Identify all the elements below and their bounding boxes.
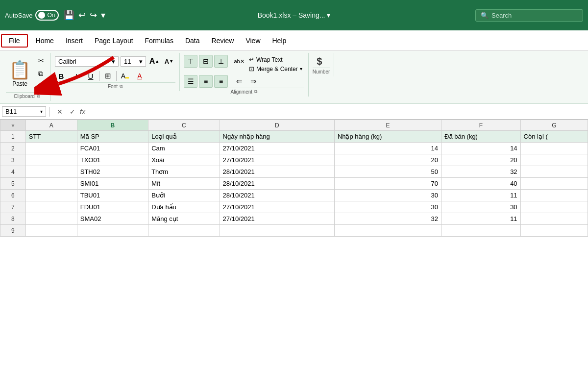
cell-4-B[interactable]: STH02 <box>77 166 148 178</box>
menu-item-page-layout[interactable]: Page Layout <box>89 34 139 48</box>
wrap-text-button[interactable]: ↵ Wrap Text <box>247 55 285 64</box>
cell-7-A[interactable] <box>25 201 77 213</box>
cell-6-G[interactable] <box>520 190 588 201</box>
borders-button[interactable]: ⊞ <box>101 70 114 82</box>
cell-4-C[interactable]: Thơm <box>148 166 220 178</box>
row-num-2[interactable]: 2 <box>0 143 26 154</box>
search-input[interactable] <box>491 12 578 19</box>
col-header-b[interactable]: B <box>77 120 148 131</box>
font-size-dropdown[interactable]: 11 ▾ <box>121 56 146 67</box>
cell-7-B[interactable]: FDU01 <box>77 201 148 213</box>
increase-font-size-button[interactable]: A▲ <box>148 55 161 68</box>
cell-3-E[interactable]: 20 <box>334 154 441 166</box>
cell-6-B[interactable]: TBU01 <box>77 190 148 201</box>
cell-6-C[interactable]: Bưởi <box>148 190 220 201</box>
align-left-button[interactable]: ☰ <box>184 75 197 88</box>
col-header-a[interactable]: A <box>25 120 77 131</box>
cell-3-A[interactable] <box>25 154 77 166</box>
clipboard-expand-icon[interactable]: ⧉ <box>37 94 40 99</box>
bold-button[interactable]: B <box>55 70 68 82</box>
cell-4-G[interactable] <box>520 166 588 178</box>
cell-4-A[interactable] <box>25 166 77 178</box>
cell-6-D[interactable]: 28/10/2021 <box>220 190 334 201</box>
customize-icon[interactable]: ▾ <box>101 10 105 21</box>
font-name-dropdown[interactable]: Calibri ▾ <box>55 56 119 67</box>
cell-8-E[interactable]: 32 <box>334 213 441 225</box>
formula-input[interactable] <box>88 108 586 115</box>
cell-8-G[interactable] <box>520 213 588 225</box>
cut-button[interactable]: ✂ <box>34 55 48 67</box>
decrease-font-size-button[interactable]: A▼ <box>163 55 175 68</box>
cell-5-C[interactable]: Mít <box>148 178 220 190</box>
col-header-c[interactable]: C <box>148 120 220 131</box>
align-top-button[interactable]: ⊤ <box>184 55 197 68</box>
menu-item-formulas[interactable]: Formulas <box>139 34 179 48</box>
cell-1-G[interactable]: Còn lại ( <box>520 131 588 143</box>
col-header-g[interactable]: G <box>520 120 588 131</box>
menu-item-review[interactable]: Review <box>206 34 240 48</box>
cell-2-G[interactable] <box>520 143 588 154</box>
cell-3-C[interactable]: Xoài <box>148 154 220 166</box>
paste-button[interactable]: 📋 Paste <box>6 58 34 89</box>
cell-8-F[interactable]: 11 <box>441 213 521 225</box>
cell-6-A[interactable] <box>25 190 77 201</box>
cell-1-C[interactable]: Loại quả <box>148 131 220 143</box>
copy-button[interactable]: ⧉ <box>34 68 48 79</box>
cell-4-E[interactable]: 50 <box>334 166 441 178</box>
alignment-expand-icon[interactable]: ⧉ <box>254 89 257 95</box>
cell-7-C[interactable]: Dưa hấu <box>148 201 220 213</box>
menu-item-file[interactable]: File <box>1 34 28 48</box>
cell-3-B[interactable]: TXO01 <box>77 154 148 166</box>
font-expand-icon[interactable]: ⧉ <box>120 84 122 89</box>
number-format-button[interactable]: $ <box>313 55 326 68</box>
cell-7-E[interactable]: 30 <box>334 201 441 213</box>
italic-button[interactable]: I <box>70 70 82 82</box>
cell-1-A[interactable]: STT <box>25 131 77 143</box>
row-num-5[interactable]: 5 <box>0 178 26 190</box>
cell-2-B[interactable]: FCA01 <box>77 143 148 154</box>
align-right-button[interactable]: ≡ <box>214 75 228 88</box>
cell-1-B[interactable]: Mã SP <box>77 131 148 143</box>
cell-6-E[interactable]: 30 <box>334 190 441 201</box>
menu-item-home[interactable]: Home <box>30 34 60 48</box>
cell-5-F[interactable]: 40 <box>441 178 521 190</box>
cell-1-F[interactable]: Đã bán (kg) <box>441 131 521 143</box>
cell-1-D[interactable]: Ngày nhập hàng <box>220 131 334 143</box>
col-header-d[interactable]: D <box>220 120 334 131</box>
col-header-e[interactable]: E <box>334 120 441 131</box>
underline-button[interactable]: U <box>84 70 97 82</box>
menu-item-help[interactable]: Help <box>267 34 293 48</box>
cell-2-E[interactable]: 14 <box>334 143 441 154</box>
cancel-formula-button[interactable]: ✕ <box>54 106 65 117</box>
merge-center-button[interactable]: ⊡ Merge & Center ▾ <box>247 64 304 74</box>
cell-5-E[interactable]: 70 <box>334 178 441 190</box>
cell-2-C[interactable]: Cam <box>148 143 220 154</box>
row-num-9[interactable]: 9 <box>0 225 26 237</box>
cell-4-D[interactable]: 28/10/2021 <box>220 166 334 178</box>
save-icon[interactable]: 💾 <box>64 10 74 21</box>
cell-reference-box[interactable]: B11 ▾ <box>2 106 46 117</box>
cell-4-F[interactable]: 32 <box>441 166 521 178</box>
cell-5-G[interactable] <box>520 178 588 190</box>
cell-9-F[interactable] <box>441 225 521 237</box>
row-num-3[interactable]: 3 <box>0 154 26 166</box>
cell-9-C[interactable] <box>148 225 220 237</box>
cell-8-D[interactable]: 27/10/2021 <box>220 213 334 225</box>
menu-item-insert[interactable]: Insert <box>60 34 89 48</box>
cell-5-A[interactable] <box>25 178 77 190</box>
cell-9-A[interactable] <box>25 225 77 237</box>
increase-indent-button[interactable]: ⇒ <box>247 75 260 88</box>
col-header-f[interactable]: F <box>441 120 521 131</box>
menu-item-view[interactable]: View <box>240 34 266 48</box>
cell-5-D[interactable]: 28/10/2021 <box>220 178 334 190</box>
row-num-4[interactable]: 4 <box>0 166 26 178</box>
fill-color-button[interactable]: A ▂ <box>119 70 131 82</box>
cell-5-B[interactable]: SMI01 <box>77 178 148 190</box>
cell-7-F[interactable]: 30 <box>441 201 521 213</box>
cell-8-B[interactable]: SMA02 <box>77 213 148 225</box>
row-num-7[interactable]: 7 <box>0 201 26 213</box>
cell-2-F[interactable]: 14 <box>441 143 521 154</box>
align-bottom-button[interactable]: ⊥ <box>214 55 228 68</box>
menu-item-data[interactable]: Data <box>179 34 206 48</box>
cell-9-D[interactable] <box>220 225 334 237</box>
